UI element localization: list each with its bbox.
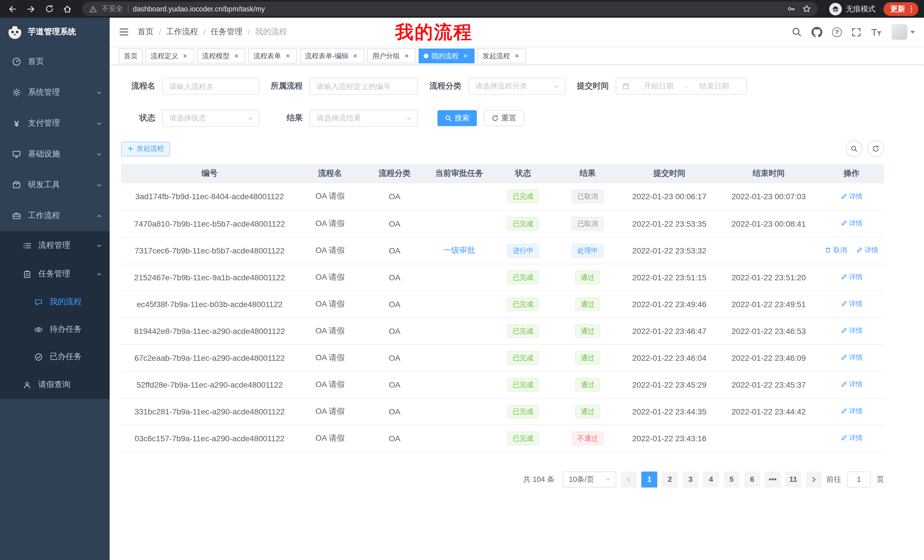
detail-action[interactable]: 详情 [840,433,862,443]
page-button[interactable]: 2 [662,471,678,487]
cancel-action[interactable]: 取消 [825,246,847,255]
cell-actions: 详情 [819,371,884,398]
sidebar-item-done-tasks[interactable]: 已办任务 [0,343,110,370]
current-task-link[interactable]: 一级审批 [443,245,475,254]
cell-submit-time: 2022-01-22 23:49:46 [620,290,718,317]
column-header: 结果 [555,164,620,183]
close-icon[interactable]: × [232,52,240,60]
toggle-search-button[interactable] [846,141,862,157]
font-size-icon[interactable] [871,27,882,37]
page-button[interactable]: 5 [723,471,740,487]
sidebar-item-devtools[interactable]: 研发工具 [0,169,110,201]
avatar[interactable] [891,24,908,40]
tab-label: 流程模型 [202,51,230,61]
close-icon[interactable]: × [351,52,359,60]
chevron-up-icon [96,271,102,277]
detail-action[interactable]: 详情 [840,380,862,389]
prev-page-button[interactable] [621,471,637,487]
process-category-select[interactable]: 请选择流程分类 [468,78,566,95]
update-button[interactable]: 更新 [884,2,918,16]
page-button[interactable]: ••• [765,471,781,487]
page-button[interactable]: 11 [785,471,801,487]
reset-button[interactable]: 重置 [484,110,524,126]
bookmark-star-icon[interactable] [802,4,811,13]
page-size-select[interactable]: 10条/页 [562,471,616,487]
search-button[interactable]: 搜索 [438,110,477,126]
close-icon[interactable]: × [403,52,411,60]
view-tab[interactable]: 流程模型 × [197,48,246,63]
refresh-icon[interactable] [42,2,56,16]
result-select[interactable]: 请选择流结果 [309,109,418,127]
cell-status: 进行中 [491,237,555,264]
view-tab[interactable]: 流程表单-编辑 × [300,48,364,63]
detail-action[interactable]: 详情 [840,192,862,201]
sidebar-item-leave-query[interactable]: 请假查询 [0,370,110,399]
home-icon[interactable] [60,2,74,16]
sidebar-item-infrastructure[interactable]: 基础设施 [0,139,110,169]
detail-action[interactable]: 详情 [840,272,862,282]
sidebar-item-label: 工作流程 [28,211,60,221]
user-menu[interactable] [891,24,915,40]
fullscreen-icon[interactable] [852,27,861,37]
pagination: 共 104 条 10条/页 1 2 3 4 [121,471,884,487]
process-name-input[interactable] [162,78,259,95]
breadcrumb-link[interactable]: 任务管理 [211,27,243,37]
view-tab[interactable]: 发起流程 × [477,48,526,63]
sidebar-item-home[interactable]: 首页 [0,46,110,77]
breadcrumb-item: 我的流程 / [255,27,287,37]
create-process-button[interactable]: 发起流程 [121,141,170,156]
detail-action[interactable]: 详情 [840,299,862,309]
cell-submit-time: 2022-01-22 23:51:15 [620,264,718,290]
sidebar-item-process-mgmt[interactable]: 流程管理 [0,231,110,260]
detail-action[interactable]: 详情 [840,219,862,228]
detail-action[interactable]: 详情 [840,326,862,335]
page-button[interactable]: 3 [682,471,698,487]
view-tab[interactable]: 流程定义 × [146,48,194,63]
back-icon[interactable] [6,2,20,16]
edit-icon [840,381,847,388]
view-tab[interactable]: 首页 × [119,48,143,63]
submit-time-range[interactable]: 开始日期 - 结束日期 [616,78,747,95]
page-button[interactable]: 6 [744,471,760,487]
detail-action-label: 详情 [849,299,862,309]
key-icon[interactable] [787,4,795,13]
detail-action[interactable]: 详情 [856,246,878,255]
next-page-button[interactable] [806,471,822,487]
url-text[interactable]: dashboard.yudao.iocoder.cn/bpm/task/my [133,5,265,13]
sidebar-item-my-process[interactable]: 我的流程 [0,288,110,316]
search-icon[interactable] [792,27,802,37]
view-tab[interactable]: 我的流程 × [418,48,475,63]
workflow-submenu: 流程管理 任务管理 我的流程 [0,231,110,399]
github-icon[interactable] [812,27,822,37]
sidebar: 芋道管理系统 首页 系统管理 ¥ 支付管理 [0,18,110,560]
breadcrumb-link[interactable]: 首页 [138,27,154,37]
security-label[interactable]: 不安全 [102,4,123,14]
close-icon[interactable]: × [513,52,521,60]
breadcrumb-link[interactable]: 工作流程 [166,27,198,37]
sidebar-item-task-mgmt[interactable]: 任务管理 [0,260,110,288]
process-definition-input[interactable] [309,78,418,95]
forward-icon[interactable] [24,2,38,16]
detail-action[interactable]: 详情 [840,353,862,362]
page-button[interactable]: 1 [641,471,657,487]
status-select[interactable]: 请选择状态 [162,109,259,127]
address-bar[interactable]: 不安全 dashboard.yudao.iocoder.cn/bpm/task/… [82,2,818,16]
screen: 不安全 dashboard.yudao.iocoder.cn/bpm/task/… [0,0,924,560]
status-tag: 已完成 [507,270,539,284]
close-icon[interactable]: × [284,52,292,60]
sidebar-toggle-icon[interactable] [119,27,129,37]
sidebar-item-payment[interactable]: ¥ 支付管理 [0,108,110,139]
page-button[interactable]: 4 [703,471,719,487]
sidebar-item-todo-tasks[interactable]: 待办任务 [0,316,110,343]
view-tab[interactable]: 用户分组 × [367,48,416,63]
help-icon[interactable]: ? [832,27,842,37]
sidebar-item-workflow[interactable]: 工作流程 [0,201,110,231]
breadcrumb-link[interactable]: 我的流程 [255,27,287,37]
view-tab[interactable]: 流程表单 × [248,48,297,63]
close-icon[interactable]: × [181,52,189,60]
close-icon[interactable]: × [461,52,470,60]
sidebar-item-system[interactable]: 系统管理 [0,77,110,108]
detail-action[interactable]: 详情 [840,406,862,416]
refresh-table-button[interactable] [867,141,884,157]
goto-page-input[interactable] [847,471,871,487]
